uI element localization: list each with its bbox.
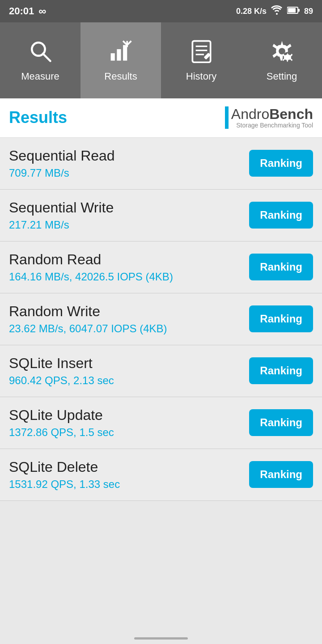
nav-bar: Measure Results	[0, 22, 322, 98]
bench-name-2: Random Read	[9, 251, 249, 268]
battery-level: 89	[304, 7, 313, 16]
bench-item-4: SQLite Insert 960.42 QPS, 2.13 sec Ranki…	[0, 345, 322, 397]
bench-value-1: 217.21 MB/s	[9, 219, 249, 231]
infinity-icon: ∞	[38, 5, 46, 17]
bench-name-4: SQLite Insert	[9, 355, 249, 372]
brand-stripe	[225, 106, 229, 129]
measure-icon	[28, 39, 53, 67]
wifi-icon	[271, 5, 283, 17]
brand-name: AndroBench	[231, 106, 313, 122]
bench-value-3: 23.62 MB/s, 6047.07 IOPS (4KB)	[9, 322, 249, 335]
bench-value-2: 164.16 MB/s, 42026.5 IOPS (4KB)	[9, 271, 249, 283]
nav-item-history[interactable]: History	[161, 22, 242, 98]
battery-icon	[287, 6, 300, 17]
bench-info-2: Random Read 164.16 MB/s, 42026.5 IOPS (4…	[9, 251, 249, 283]
bench-name-5: SQLite Update	[9, 407, 249, 424]
bottom-area	[0, 501, 322, 590]
bench-value-0: 709.77 MB/s	[9, 167, 249, 179]
results-section-title: Results	[9, 108, 67, 127]
bench-item-1: Sequential Write 217.21 MB/s Ranking	[0, 190, 322, 242]
ranking-button-0[interactable]: Ranking	[249, 150, 313, 177]
bench-name-1: Sequential Write	[9, 199, 249, 216]
svg-rect-7	[123, 45, 127, 60]
svg-rect-9	[192, 41, 210, 62]
nav-label-setting: Setting	[267, 71, 297, 82]
ranking-button-2[interactable]: Ranking	[249, 254, 313, 280]
bench-info-5: SQLite Update 1372.86 QPS, 1.5 sec	[9, 407, 249, 439]
bench-info-6: SQLite Delete 1531.92 QPS, 1.33 sec	[9, 459, 249, 491]
ranking-button-3[interactable]: Ranking	[249, 305, 313, 332]
nav-label-results: Results	[104, 71, 137, 82]
results-icon	[109, 39, 133, 67]
results-header: Results AndroBench Storage Benchmarking …	[0, 98, 322, 138]
benchmark-list: Sequential Read 709.77 MB/s Ranking Sequ…	[0, 138, 322, 501]
bench-value-5: 1372.86 QPS, 1.5 sec	[9, 426, 249, 439]
nav-label-measure: Measure	[21, 71, 59, 82]
svg-rect-2	[288, 8, 296, 13]
bench-item-0: Sequential Read 709.77 MB/s Ranking	[0, 138, 322, 190]
brand-logo: AndroBench Storage Benchmarking Tool	[225, 106, 313, 129]
nav-label-history: History	[186, 71, 216, 82]
bench-name-3: Random Write	[9, 303, 249, 320]
svg-rect-1	[298, 9, 300, 12]
bench-info-1: Sequential Write 217.21 MB/s	[9, 199, 249, 231]
nav-item-setting[interactable]: Setting	[242, 22, 322, 98]
ranking-button-5[interactable]: Ranking	[249, 409, 313, 436]
history-icon	[189, 39, 214, 67]
nav-item-results[interactable]: Results	[80, 22, 161, 98]
bench-info-3: Random Write 23.62 MB/s, 6047.07 IOPS (4…	[9, 303, 249, 335]
ranking-button-1[interactable]: Ranking	[249, 202, 313, 229]
status-left: 20:01 ∞	[9, 5, 46, 17]
svg-rect-13	[203, 52, 211, 59]
bench-item-3: Random Write 23.62 MB/s, 6047.07 IOPS (4…	[0, 293, 322, 345]
bench-value-6: 1531.92 QPS, 1.33 sec	[9, 478, 249, 491]
bench-item-6: SQLite Delete 1531.92 QPS, 1.33 sec Rank…	[0, 449, 322, 501]
svg-line-4	[43, 54, 51, 61]
bench-info-0: Sequential Read 709.77 MB/s	[9, 148, 249, 179]
svg-rect-6	[117, 49, 121, 60]
settings-icon	[270, 39, 294, 67]
network-speed: 0.28 K/s	[236, 7, 267, 16]
bench-value-4: 960.42 QPS, 2.13 sec	[9, 374, 249, 387]
status-right: 0.28 K/s 89	[236, 5, 313, 17]
home-indicator	[134, 637, 188, 640]
bench-name-0: Sequential Read	[9, 148, 249, 164]
status-bar: 20:01 ∞ 0.28 K/s 89	[0, 0, 322, 22]
brand-sub: Storage Benchmarking Tool	[231, 122, 313, 129]
bench-item-2: Random Read 164.16 MB/s, 42026.5 IOPS (4…	[0, 242, 322, 293]
nav-item-measure[interactable]: Measure	[0, 22, 80, 98]
bench-info-4: SQLite Insert 960.42 QPS, 2.13 sec	[9, 355, 249, 387]
bench-name-6: SQLite Delete	[9, 459, 249, 475]
status-time: 20:01	[9, 5, 34, 17]
svg-rect-5	[110, 53, 114, 61]
ranking-button-6[interactable]: Ranking	[249, 461, 313, 488]
ranking-button-4[interactable]: Ranking	[249, 357, 313, 384]
bench-item-5: SQLite Update 1372.86 QPS, 1.5 sec Ranki…	[0, 397, 322, 449]
